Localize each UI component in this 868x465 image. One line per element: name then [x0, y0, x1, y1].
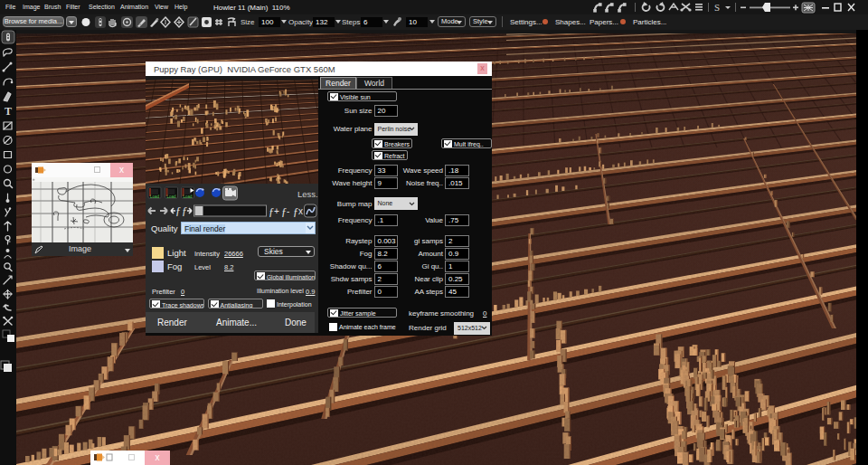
- svg-text:+: +: [274, 206, 279, 216]
- svg-text:ƒ: ƒ: [175, 204, 181, 217]
- svg-text:T: T: [5, 105, 12, 118]
- svg-text:-: -: [287, 206, 289, 216]
- svg-text:ƒ: ƒ: [182, 204, 187, 217]
- svg-text:Load: Load: [167, 195, 177, 199]
- svg-text:Load: Load: [150, 195, 160, 199]
- svg-text:x: x: [298, 206, 303, 216]
- svg-text:S: S: [714, 2, 720, 13]
- svg-text:Load: Load: [184, 195, 193, 199]
